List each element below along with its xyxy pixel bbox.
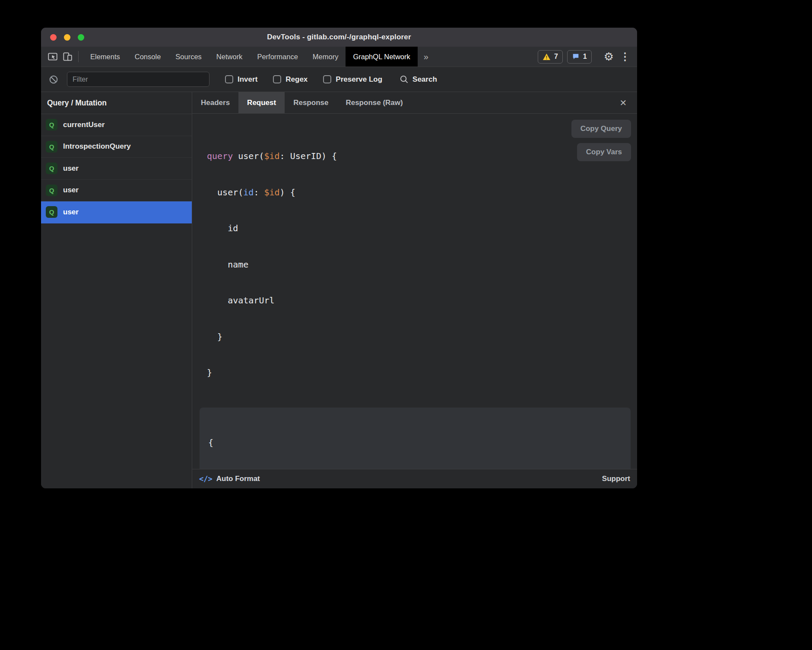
warnings-badge[interactable]: 7 (538, 50, 563, 64)
zoom-window-button[interactable] (78, 34, 84, 41)
code-token: } (207, 367, 212, 378)
messages-badge[interactable]: 1 (567, 50, 592, 64)
panel-footer: </> Auto Format Support (192, 469, 637, 488)
code-token: $id (264, 151, 279, 161)
query-variables-box: { "id": "gid://gitlab/User/13704317" } (200, 408, 631, 469)
close-window-button[interactable] (50, 34, 57, 41)
code-line: avatarUrl (207, 293, 637, 309)
tab-graphql-network[interactable]: GraphQL Network (346, 47, 417, 67)
query-item-label: currentUser (63, 121, 105, 129)
regex-label: Regex (285, 75, 308, 84)
graphql-query-code: query user($id: UserID) { user(id: $id) … (207, 128, 637, 401)
block-icon[interactable] (47, 73, 60, 86)
sidebar-header: Query / Mutation (41, 92, 192, 114)
query-badge: Q (46, 185, 57, 196)
close-icon[interactable]: ✕ (616, 96, 630, 110)
warning-icon (542, 53, 551, 61)
detail-panel-tabs: Headers Request Response Response (Raw) … (192, 92, 637, 114)
tab-performance[interactable]: Performance (250, 47, 305, 67)
kebab-menu-icon[interactable]: ⋮ (620, 51, 630, 62)
preserve-log-checkbox[interactable] (323, 75, 331, 83)
query-badge: Q (46, 162, 57, 174)
search-label: Search (412, 75, 437, 84)
query-badge: Q (46, 141, 57, 153)
code-token: name (207, 259, 248, 270)
detail-panel: Headers Request Response Response (Raw) … (192, 92, 637, 488)
copy-buttons: Copy Query Copy Vars (571, 120, 631, 161)
request-content: Copy Query Copy Vars query user($id: Use… (192, 114, 637, 469)
device-toolbar-icon[interactable] (61, 50, 74, 63)
code-token: user( (207, 187, 243, 198)
regex-checkbox[interactable] (273, 75, 281, 83)
support-link[interactable]: Support (602, 475, 630, 483)
message-count: 1 (583, 53, 587, 61)
tab-headers[interactable]: Headers (192, 92, 238, 113)
message-icon (572, 53, 580, 61)
invert-checkbox[interactable] (225, 75, 233, 83)
window-controls (50, 28, 84, 47)
code-line: } (207, 329, 637, 345)
window-title: DevTools - gitlab.com/-/graphql-explorer (267, 33, 411, 41)
query-list-item-introspectionquery[interactable]: Q IntrospectionQuery (41, 136, 192, 158)
query-list-item-user-1[interactable]: Q user (41, 158, 192, 180)
tab-memory[interactable]: Memory (305, 47, 346, 67)
code-token: avatarUrl (207, 295, 275, 306)
tab-console[interactable]: Console (127, 47, 168, 67)
minimize-window-button[interactable] (64, 34, 70, 41)
inspect-element-icon[interactable] (46, 50, 59, 63)
code-token: ) { (280, 187, 295, 198)
query-item-label: user (63, 186, 79, 194)
code-token: id (243, 187, 254, 198)
code-token: $id (264, 187, 279, 198)
query-item-label: user (63, 208, 79, 217)
invert-label: Invert (238, 75, 257, 84)
query-item-label: IntrospectionQuery (63, 142, 131, 151)
query-list-item-user-3-selected[interactable]: Q user (41, 201, 192, 223)
query-badge: Q (46, 206, 57, 218)
code-line: user(id: $id) { (207, 185, 637, 201)
more-tabs-icon[interactable]: » (418, 47, 435, 67)
code-line: } (207, 365, 637, 381)
tab-request[interactable]: Request (238, 92, 285, 113)
tab-network[interactable]: Network (209, 47, 250, 67)
preserve-log-checkbox-group: Preserve Log (323, 75, 382, 84)
titlebar: DevTools - gitlab.com/-/graphql-explorer (41, 28, 637, 47)
code-line: name (207, 257, 637, 273)
filter-input[interactable] (67, 72, 209, 87)
invert-checkbox-group: Invert (225, 75, 257, 84)
tab-response[interactable]: Response (285, 92, 337, 113)
query-item-label: user (63, 164, 79, 173)
code-line: { (208, 435, 622, 450)
code-token: user( (233, 151, 264, 161)
code-line: id (207, 221, 637, 236)
toolbar-divider (78, 51, 79, 62)
warning-count: 7 (554, 53, 558, 61)
query-badge: Q (46, 119, 57, 131)
query-sidebar: Query / Mutation Q currentUser Q Introsp… (41, 92, 192, 488)
search-control[interactable]: Search (400, 75, 437, 84)
copy-vars-button[interactable]: Copy Vars (577, 143, 631, 161)
tab-sources[interactable]: Sources (168, 47, 209, 67)
regex-checkbox-group: Regex (273, 75, 308, 84)
content-area: Query / Mutation Q currentUser Q Introsp… (41, 92, 637, 488)
tab-response-raw[interactable]: Response (Raw) (337, 92, 411, 113)
code-token: id (207, 223, 238, 233)
gear-icon[interactable]: ⚙ (604, 51, 614, 62)
devtools-tabbar: Elements Console Sources Network Perform… (41, 47, 637, 67)
preserve-log-label: Preserve Log (336, 75, 382, 84)
code-icon: </> (199, 475, 213, 483)
auto-format-button[interactable]: Auto Format (216, 475, 260, 483)
copy-query-button[interactable]: Copy Query (571, 120, 631, 138)
code-token: { (208, 437, 213, 448)
code-token: : (254, 187, 264, 198)
code-token: : UserID) { (280, 151, 337, 161)
filter-bar: Invert Regex Preserve Log Search (41, 67, 637, 92)
code-token: query (207, 151, 233, 161)
query-list-item-currentuser[interactable]: Q currentUser (41, 114, 192, 136)
devtools-window: DevTools - gitlab.com/-/graphql-explorer… (41, 28, 637, 488)
search-icon (400, 75, 409, 84)
query-list-item-user-2[interactable]: Q user (41, 180, 192, 202)
code-token: } (207, 331, 222, 342)
tab-elements[interactable]: Elements (83, 47, 127, 67)
